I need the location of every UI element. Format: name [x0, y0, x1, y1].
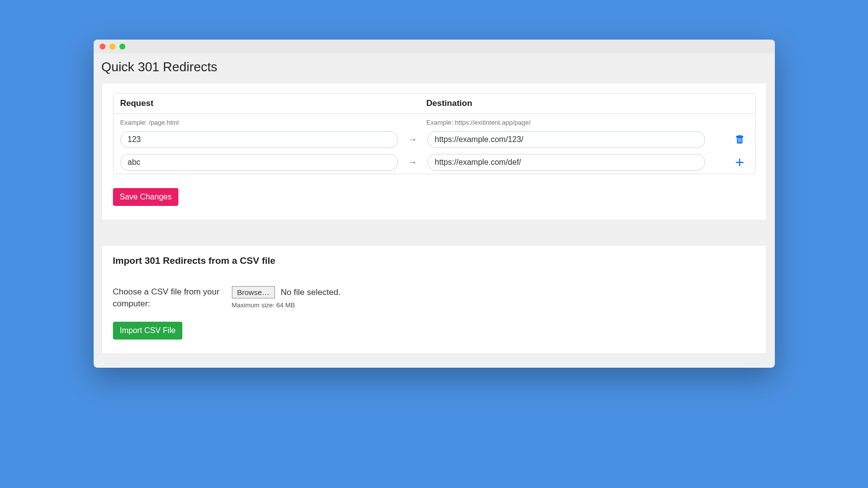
page-title: Quick 301 Redirects [102, 59, 767, 75]
request-input[interactable] [120, 131, 398, 148]
destination-input[interactable] [428, 131, 705, 148]
column-header-destination: Destination [427, 98, 748, 108]
window-titlebar [94, 40, 775, 53]
redirects-card: Request Destination Example: /page.html … [102, 83, 767, 220]
app-window: Quick 301 Redirects Request Destination … [94, 40, 775, 368]
plus-icon [735, 158, 744, 167]
arrow-icon: → [398, 135, 428, 145]
import-csv-button[interactable]: Import CSV File [113, 322, 183, 340]
example-row: Example: /page.html Example: https://exi… [113, 114, 755, 128]
redirect-row: → [113, 151, 755, 174]
request-input[interactable] [120, 154, 398, 171]
save-changes-button[interactable]: Save Changes [113, 188, 179, 206]
no-file-selected-text: No file selected. [281, 288, 341, 297]
arrow-icon: → [398, 157, 428, 168]
column-header-spacer [409, 98, 427, 108]
max-file-size-text: Maximum size: 64 MB [232, 301, 756, 309]
window-minimize-button[interactable] [109, 44, 115, 49]
file-chooser-label: Choose a CSV file from your computer: [113, 286, 232, 310]
column-header-request: Request [120, 98, 409, 108]
content-area: Quick 301 Redirects Request Destination … [94, 53, 775, 368]
table-header: Request Destination [113, 94, 755, 114]
destination-input[interactable] [428, 154, 705, 171]
file-chooser-row: Choose a CSV file from your computer: Br… [113, 286, 756, 310]
redirect-row: → [113, 128, 755, 151]
window-close-button[interactable] [100, 44, 106, 49]
trash-icon [735, 135, 744, 144]
browse-button[interactable]: Browse… [232, 286, 275, 298]
example-request: Example: /page.html [120, 119, 409, 126]
redirects-table: Request Destination Example: /page.html … [113, 93, 756, 174]
import-card: Import 301 Redirects from a CSV file Cho… [102, 245, 767, 354]
add-row-button[interactable] [733, 156, 746, 169]
import-title: Import 301 Redirects from a CSV file [113, 255, 756, 266]
delete-row-button[interactable] [733, 133, 746, 146]
example-destination: Example: https://exitintent.app/page/ [427, 119, 748, 126]
window-maximize-button[interactable] [119, 44, 125, 49]
